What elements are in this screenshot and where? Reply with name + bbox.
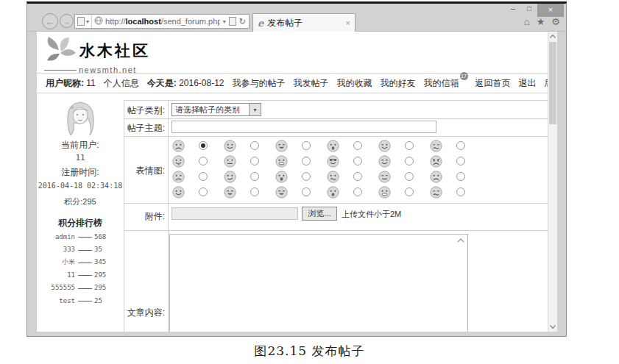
- emoticon-option: [166, 185, 218, 201]
- emoticon-radio[interactable]: [353, 172, 362, 181]
- compatibility-view-icon[interactable]: [229, 17, 236, 26]
- emoticon-radio[interactable]: [302, 172, 311, 181]
- emoticon-option: [321, 170, 372, 185]
- leaderboard-row: admin——568: [41, 230, 119, 243]
- category-selected-value: 请选择帖子的类别: [172, 104, 249, 115]
- tools-gear-icon[interactable]: ⚙: [551, 16, 560, 27]
- emoticon-radio[interactable]: [405, 188, 414, 196]
- emoticon-radio[interactable]: [250, 157, 259, 165]
- scroll-down-icon[interactable]: [548, 322, 557, 332]
- emoticon-radio[interactable]: [302, 141, 311, 150]
- subject-label: 帖子主题:: [124, 122, 165, 135]
- emoticon-radio[interactable]: [456, 157, 465, 165]
- shuimu-logo-swirl-icon: [43, 35, 79, 69]
- nav-item-my-favorites[interactable]: 我的收藏: [337, 77, 372, 90]
- emoticon-option: [372, 154, 424, 170]
- emoticon-option: [218, 170, 269, 185]
- leaderboard-row: 333——35: [41, 243, 119, 255]
- emoticon-option: [166, 139, 218, 154]
- navbar: 用户昵称: 11个人信息今天是: 2016-08-12我参与的帖子我发帖子我的收…: [37, 73, 548, 93]
- nav-item-logout[interactable]: 退出: [519, 77, 537, 90]
- emoticon-radio[interactable]: [456, 188, 465, 196]
- emoticon-open-icon: [275, 171, 288, 183]
- figure-caption: 图23.15 发布帖子: [0, 343, 619, 360]
- emoticon-smirk-icon: [224, 171, 236, 183]
- attachment-label: 附件:: [124, 210, 165, 223]
- emoticon-radio[interactable]: [250, 141, 259, 150]
- emoticon-grin-icon: [275, 155, 288, 168]
- current-user-label: 当前用户:: [37, 139, 124, 151]
- emoticon-radio[interactable]: [302, 157, 311, 165]
- browser-tab[interactable]: e 发布帖子 ×: [252, 13, 356, 32]
- emoticon-radio[interactable]: [456, 172, 465, 181]
- content-textarea[interactable]: [169, 234, 468, 332]
- emoticon-angry-icon: [430, 155, 442, 168]
- attachment-file-input[interactable]: [171, 207, 298, 220]
- document-icon: [77, 17, 85, 26]
- home-icon[interactable]: ⌂: [524, 16, 530, 27]
- nav-item-my-posts[interactable]: 我发帖子: [294, 77, 329, 90]
- emoticon-option: [218, 185, 269, 201]
- emoticon-radio[interactable]: [199, 141, 208, 150]
- emoticon-radio[interactable]: [199, 188, 208, 196]
- emoticon-radio[interactable]: [199, 157, 208, 165]
- emoticon-radio[interactable]: [353, 157, 362, 165]
- emoticon-radio[interactable]: [199, 172, 208, 181]
- leaderboard-row: 11——295: [41, 268, 119, 281]
- emoticon-wink-icon: [378, 140, 391, 152]
- current-user-value: 11: [37, 153, 124, 163]
- category-select[interactable]: 请选择帖子的类别 ▾: [171, 103, 261, 116]
- back-button[interactable]: ←: [42, 13, 58, 29]
- emoticon-frown-icon: [430, 171, 442, 183]
- emoticon-shy-icon: [378, 155, 391, 168]
- nav-item-my-friends[interactable]: 我的好友: [381, 77, 416, 90]
- nav-item-user-nick: 用户昵称: 11: [46, 77, 96, 90]
- browser-window: – □ × ← → ▾ http://localhost/send_forum.…: [26, 1, 567, 337]
- site-title: 水木社区: [79, 40, 150, 61]
- page-scrollbar[interactable]: [548, 32, 557, 332]
- page-menu[interactable]: ▾: [75, 15, 92, 28]
- subject-input[interactable]: [171, 121, 436, 133]
- emoticon-radio[interactable]: [302, 188, 311, 196]
- nav-item-my-mailbox[interactable]: 我的信箱17: [424, 76, 467, 90]
- autocomplete-dropdown-icon[interactable]: ▾: [223, 18, 226, 25]
- emoticon-option: [269, 154, 321, 170]
- emoticon-radio[interactable]: [353, 188, 362, 196]
- nav-item-back-home[interactable]: 返回首页: [475, 77, 511, 90]
- nav-item-today: 今天是: 2016-08-12: [147, 77, 224, 90]
- forward-button[interactable]: →: [60, 14, 74, 28]
- scrollbar-thumb[interactable]: [549, 42, 556, 124]
- emoticon-option: [321, 139, 372, 154]
- url-text[interactable]: http://localhost/send_forum.php: [105, 17, 220, 26]
- nav-item-my-participated[interactable]: 我参与的帖子: [233, 77, 286, 90]
- emoticon-option: [321, 154, 372, 170]
- emoticon-radio[interactable]: [250, 188, 259, 196]
- tab-close-icon[interactable]: ×: [343, 18, 350, 27]
- leaderboard-row: test——25: [41, 294, 119, 307]
- emoticon-teeth-icon: [378, 186, 391, 199]
- avatar: [63, 101, 97, 140]
- favorites-star-icon[interactable]: ★: [537, 16, 545, 27]
- emoticon-option: [424, 139, 475, 154]
- emoticon-sleepy-icon: [378, 171, 391, 183]
- emoticon-radio[interactable]: [405, 157, 414, 165]
- emoticon-tongue-icon: [172, 155, 185, 168]
- textarea-scroll-up-icon[interactable]: [456, 237, 465, 244]
- emoticon-radio[interactable]: [250, 172, 259, 181]
- category-label: 帖子类别:: [124, 104, 165, 117]
- refresh-icon[interactable]: ↻: [239, 17, 246, 26]
- attachment-hint: 上传文件小于2M: [342, 209, 401, 220]
- emoticon-radio[interactable]: [405, 172, 414, 181]
- emoticon-option: [218, 139, 269, 154]
- emoticon-radio[interactable]: [405, 141, 414, 150]
- scroll-up-icon[interactable]: [548, 32, 557, 41]
- browse-button[interactable]: 浏览...: [302, 207, 337, 221]
- emoticon-radio[interactable]: [353, 141, 362, 150]
- nav-item-profile[interactable]: 个人信息: [104, 77, 139, 90]
- divider: [168, 100, 169, 332]
- emoticon-option: [372, 139, 424, 154]
- emoticon-radio[interactable]: [456, 141, 465, 150]
- address-bar[interactable]: ▾ http://localhost/send_forum.php ▾ ↻: [74, 14, 250, 29]
- leaderboard-row: 小米——345: [41, 256, 119, 268]
- emoticon-option: [269, 185, 321, 201]
